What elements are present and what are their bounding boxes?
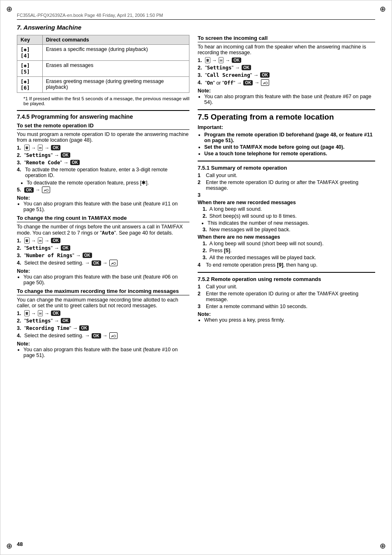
off-hook-icon: ↗○ [109, 332, 118, 339]
fax-icon: ✉ [219, 57, 224, 63]
no-new-step-1: 1. A long beep will sound (short beep wi… [198, 241, 375, 246]
rec-time-subtitle: To change the maximum recording time for… [17, 288, 189, 295]
section-75-title: 7.5 Operating from a remote location [198, 113, 375, 122]
si-step-3: 3. "Call Screening" → OK [198, 72, 375, 78]
file-info: FC355AL-PFQX2639ZA-en.book Page 48 Frida… [17, 13, 163, 18]
751-step-4: 4 To end remote operation press [9], the… [198, 262, 375, 268]
bullet-2: Set the unit to TAM/FAX mode before goin… [204, 144, 375, 150]
ok-btn: OK [232, 58, 241, 63]
table-row: [✱][4] Erases a specific message (during… [17, 45, 189, 61]
ok-btn: OK [79, 325, 89, 331]
remote-op-para: You must program a remote operation ID t… [17, 131, 189, 143]
fax-icon: ✉ [38, 145, 43, 151]
page: ⊕ ⊕ ⊕ ⊕ FC355AL-PFQX2639ZA-en.book Page … [0, 0, 392, 555]
ok-btn: OK [92, 260, 101, 266]
752-step-3: 3 Enter a remote command within 10 secon… [198, 304, 375, 309]
751-step-2: 2 Enter the remote operation ID during o… [198, 180, 375, 191]
key-star5: [✱][5] [21, 62, 30, 75]
step-5: 5. OK → ↗○ [17, 187, 189, 193]
table-row: [✱][6] Erases greeting message (during g… [17, 77, 189, 93]
phone-icon: ☎ [205, 57, 210, 63]
right-column: To screen the incoming call To hear an i… [198, 35, 375, 361]
no-new-step-3: 3. All the recorded messages will be pla… [198, 255, 375, 260]
rc-step-4: 4. Select the desired setting. → OK → ↗○ [17, 260, 189, 266]
fax-icon: ✉ [38, 310, 43, 316]
section-745-title: 7.4.5 Programming for answering machine [17, 113, 189, 120]
ok-btn: OK [243, 80, 253, 85]
rc-step-1: 1. ☎ → ✉ → OK [17, 237, 189, 244]
ok-btn: OK [51, 311, 60, 316]
fax-icon: ✉ [38, 237, 43, 244]
main-content: Key Direct commands [✱][4] Erases a spec… [17, 35, 375, 361]
ring-count-para: To change the number of rings before the… [17, 224, 189, 236]
phone-icon: ☎ [24, 237, 30, 244]
bullet-3: Use a touch tone telephone for remote op… [204, 151, 375, 157]
note-remote-op: Note: You can also program this feature … [17, 195, 189, 212]
section-751-title: 7.5.1 Summary of remote operation [198, 165, 375, 171]
screen-incoming-para: To hear an incoming call from the speake… [198, 44, 375, 55]
rt-step-2: 2. "Settings" → OK [17, 318, 189, 324]
si-step-4: 4. "On" or "Off" → OK → ↗○ [198, 79, 375, 86]
si-step-2: 2. "Settings" → OK [198, 64, 375, 71]
col-direct-commands: Direct commands [42, 35, 189, 45]
step-4-bullet: To deactivate the remote operation featu… [17, 180, 189, 186]
important-section: Important: Program the remote operation … [198, 124, 375, 157]
divider-752 [198, 272, 375, 273]
off-hook-icon: ↗○ [42, 187, 50, 193]
desc-star6: Erases greeting message (during greeting… [42, 77, 189, 93]
remote-op-subtitle: To set the remote operation ID [17, 122, 189, 130]
corner-tl: ⊕ [6, 5, 12, 14]
step-4: 4. To activate the remote operation feat… [17, 167, 189, 178]
rc-step-2: 2. "Settings" → OK [17, 245, 189, 251]
rt-step-4: 4. Select the desired setting. → OK → ↗○ [17, 332, 189, 339]
ok-btn: OK [61, 245, 70, 251]
752-step-1: 1 Call your unit. [198, 284, 375, 290]
ok-btn: OK [51, 145, 60, 150]
step-2: 2. "Settings" → OK [17, 152, 189, 158]
corner-br: ⊕ [380, 541, 386, 550]
phone-icon: ☎ [24, 310, 30, 316]
screen-incoming-subtitle: To screen the incoming call [198, 35, 375, 42]
note-752: Note: When you press a key, press firmly… [198, 311, 375, 323]
rc-step-3: 3. "Number of Rings" → OK [17, 252, 189, 258]
new-step-2: 2. Short beep(s) will sound up to 8 time… [198, 213, 375, 219]
important-label: Important: [198, 124, 375, 130]
phone-icon: ☎ [24, 145, 30, 151]
note-rec-time: Note: You can also program this feature … [17, 341, 189, 358]
ok-btn: OK [61, 318, 70, 323]
desc-star5: Erases all messages [42, 61, 189, 77]
corner-tr: ⊕ [380, 5, 386, 14]
table-row: [✱][5] Erases all messages [17, 61, 189, 77]
note-ring-count: Note: You can also program this feature … [17, 268, 189, 286]
col-key: Key [17, 35, 43, 45]
ok-btn: OK [70, 160, 80, 165]
when-new-label: When there are new recorded messages [198, 200, 375, 205]
step-1: 1. ☎ → ✉ → OK [17, 145, 189, 151]
step-3: 3. "Remote Code" → OK [17, 159, 189, 166]
off-hook-icon: ↗○ [109, 260, 118, 266]
when-no-new-label: When there are no new messages [198, 234, 375, 240]
footnote: *1 If pressed within the first 5 seconds… [17, 96, 189, 106]
corner-bl: ⊕ [6, 541, 12, 550]
ok-btn: OK [61, 152, 70, 158]
ok-btn: OK [83, 253, 92, 258]
rec-time-para: You can change the maximum message recor… [17, 297, 189, 309]
ok-btn: OK [242, 65, 251, 70]
key-table: Key Direct commands [✱][4] Erases a spec… [17, 35, 189, 93]
page-number: 48 [17, 541, 23, 547]
751-step-1: 1 Call your unit. [198, 173, 375, 178]
header-bar: FC355AL-PFQX2639ZA-en.book Page 48 Frida… [17, 13, 375, 20]
important-bullets: Program the remote operation ID beforeha… [198, 132, 375, 157]
ring-count-section: To change the ring count in TAM/FAX mode… [17, 215, 189, 286]
752-step-2: 2 Enter the remote operation ID during o… [198, 291, 375, 302]
divider-75 [198, 109, 375, 110]
no-new-step-2: 2. Press [5]. [198, 248, 375, 253]
ok-btn: OK [24, 187, 34, 193]
key-star6: [✱][6] [21, 78, 30, 91]
divider-745 [17, 110, 189, 111]
ok-btn: OK [92, 333, 101, 339]
desc-star4: Erases a specific message (during playba… [42, 45, 189, 61]
rt-step-1: 1. ☎ → ✉ → OK [17, 310, 189, 316]
new-step-3: 3. New messages will be played back. [198, 227, 375, 233]
key-star4: [✱][4] [21, 46, 30, 59]
